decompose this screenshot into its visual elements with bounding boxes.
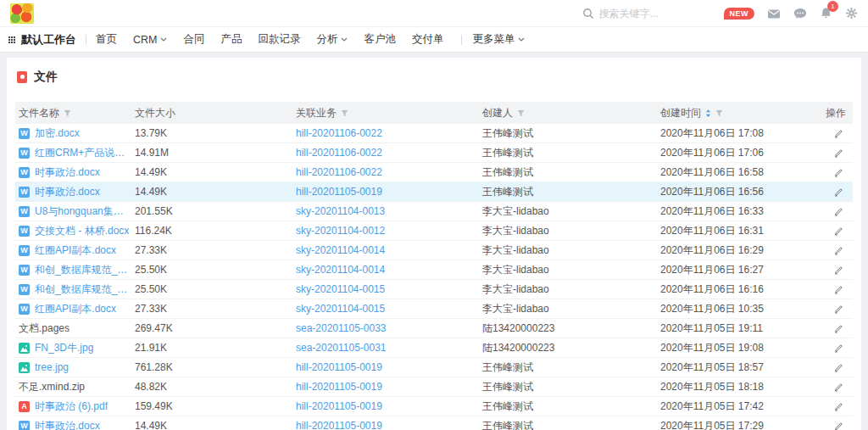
- action-cell: [822, 246, 853, 255]
- filter-icon[interactable]: [64, 109, 71, 117]
- action-cell: [822, 363, 853, 372]
- file-name-link[interactable]: tree.jpg: [35, 361, 69, 373]
- file-name-link[interactable]: 加密.docx: [35, 126, 80, 141]
- file-size: 27.33K: [131, 303, 292, 315]
- nav-item-label: 产品: [220, 32, 242, 47]
- nav-item-label: 合同: [183, 32, 204, 47]
- search-input[interactable]: [599, 8, 699, 20]
- file-name-link[interactable]: 时事政治.docx: [35, 185, 100, 199]
- column-header-5[interactable]: 创建时间: [657, 106, 822, 120]
- related-business-link[interactable]: sky-20201104-0014: [296, 244, 385, 256]
- created-time: 2020年11月06日 16:16: [657, 282, 822, 297]
- file-size: 269.47K: [131, 322, 292, 334]
- file-name-link[interactable]: FN_3D牛.jpg: [35, 341, 93, 355]
- column-header-6[interactable]: 操作: [822, 106, 853, 120]
- edit-button[interactable]: [834, 363, 843, 372]
- file-name-link[interactable]: 红圈CRM+产品说明201901_前端...: [35, 146, 130, 160]
- edit-button[interactable]: [834, 148, 843, 158]
- settings-gear-icon[interactable]: [845, 7, 858, 20]
- notifications-bell-icon[interactable]: 1: [820, 7, 832, 20]
- related-business-link[interactable]: sky-20201104-0015: [296, 303, 385, 315]
- edit-button[interactable]: [834, 304, 843, 314]
- related-business-link[interactable]: hill-20201105-0019: [296, 400, 382, 412]
- related-business-link[interactable]: hill-20201105-0019: [296, 420, 382, 430]
- edit-button[interactable]: [834, 402, 843, 411]
- file-name-link[interactable]: 和创_数据库规范_20171124.doc: [35, 263, 130, 277]
- main-navbar: 默认工作台 首页CRM合同产品回款记录分析客户池交付单 更多菜单: [0, 27, 868, 53]
- file-name-link[interactable]: 时事政治 (6).pdf: [35, 399, 108, 414]
- related-business-link[interactable]: hill-20201106-0022: [296, 166, 382, 178]
- column-header-3[interactable]: 关联业务: [292, 106, 479, 120]
- edit-button[interactable]: [834, 285, 843, 294]
- nav-more-menu[interactable]: 更多菜单: [472, 32, 525, 47]
- edit-button[interactable]: [834, 383, 843, 392]
- file-size: 25.50K: [131, 283, 292, 295]
- nav-item-payment-records[interactable]: 回款记录: [258, 32, 300, 47]
- nav-item-product[interactable]: 产品: [220, 32, 242, 47]
- edit-button[interactable]: [834, 246, 843, 255]
- edit-button[interactable]: [834, 207, 843, 216]
- page-title-row: 文件: [7, 58, 861, 102]
- related-business-link[interactable]: sea-20201105-0033: [296, 322, 387, 334]
- edit-button[interactable]: [834, 343, 843, 353]
- action-cell: [822, 422, 853, 430]
- file-name-link[interactable]: 时事政治.docx: [35, 165, 100, 180]
- edit-button[interactable]: [834, 422, 843, 430]
- nav-item-contract[interactable]: 合同: [183, 32, 204, 47]
- app-logo[interactable]: [10, 3, 34, 24]
- related-business-link[interactable]: sea-20201105-0031: [296, 342, 387, 354]
- file-name-link[interactable]: 交接文档 - 林桥.docx: [35, 224, 129, 238]
- file-name-cell: WU8与hongquan集成方案.docx: [15, 204, 131, 219]
- filter-icon[interactable]: [715, 109, 723, 117]
- global-search[interactable]: [582, 8, 699, 20]
- edit-button[interactable]: [834, 129, 843, 138]
- filter-icon[interactable]: [341, 109, 348, 117]
- column-header-1[interactable]: 文件名称: [15, 106, 131, 120]
- related-business-link[interactable]: hill-20201105-0019: [296, 381, 382, 393]
- related-business-cell: sky-20201104-0012: [292, 225, 479, 237]
- table-header: 文件名称文件大小关联业务创建人创建时间操作: [15, 102, 853, 124]
- edit-button[interactable]: [834, 324, 843, 333]
- docx-file-icon: W: [19, 206, 30, 217]
- related-business-cell: sky-20201104-0015: [292, 303, 479, 315]
- creator: 陆13420000223: [479, 341, 657, 355]
- sort-icon[interactable]: [705, 109, 711, 118]
- filter-icon[interactable]: [517, 109, 525, 117]
- column-header-2[interactable]: 文件大小: [131, 106, 292, 120]
- edit-button[interactable]: [834, 168, 843, 177]
- apps-grid-icon[interactable]: [8, 36, 15, 43]
- edit-button[interactable]: [834, 226, 843, 236]
- nav-item-label: CRM: [133, 34, 157, 46]
- new-badge[interactable]: NEW: [724, 8, 755, 20]
- workspace-title[interactable]: 默认工作台: [21, 32, 76, 47]
- related-business-link[interactable]: sky-20201104-0012: [296, 225, 385, 237]
- edit-icon: [834, 343, 843, 353]
- nav-item-delivery-order[interactable]: 交付单: [412, 32, 444, 47]
- related-business-link[interactable]: sky-20201104-0014: [296, 264, 385, 276]
- created-time: 2020年11月06日 16:33: [657, 204, 822, 219]
- table-row: W时事政治.docx14.49Khill-20201105-0019王伟峰测试2…: [15, 182, 853, 202]
- doc-file-icon: W: [19, 284, 30, 295]
- related-business-link[interactable]: hill-20201105-0019: [296, 186, 382, 198]
- nav-item-customer-pool[interactable]: 客户池: [364, 32, 396, 47]
- chat-icon[interactable]: [793, 8, 807, 20]
- related-business-link[interactable]: sky-20201104-0015: [296, 283, 385, 295]
- file-name-link[interactable]: 红圈API副本.docx: [35, 243, 116, 258]
- edit-button[interactable]: [834, 187, 843, 197]
- column-header-4[interactable]: 创建人: [479, 106, 657, 120]
- file-name-link[interactable]: 时事政治.docx: [35, 419, 100, 430]
- related-business-link[interactable]: sky-20201104-0013: [296, 205, 385, 217]
- files-table: 文件名称文件大小关联业务创建人创建时间操作 W加密.docx13.79Khill…: [15, 102, 853, 430]
- related-business-link[interactable]: hill-20201106-0022: [296, 127, 382, 139]
- file-size: 761.28K: [131, 361, 292, 373]
- related-business-link[interactable]: hill-20201105-0019: [296, 361, 382, 373]
- nav-item-analysis[interactable]: 分析: [316, 32, 348, 47]
- related-business-link[interactable]: hill-20201106-0022: [296, 147, 382, 159]
- nav-item-home[interactable]: 首页: [96, 32, 117, 47]
- file-name-link[interactable]: 和创_数据库规范_20171124.doc: [35, 282, 130, 297]
- nav-item-crm[interactable]: CRM: [133, 34, 167, 46]
- file-name-link[interactable]: U8与hongquan集成方案.docx: [35, 204, 130, 219]
- edit-button[interactable]: [834, 265, 843, 275]
- mail-icon[interactable]: [767, 8, 781, 20]
- file-name-link[interactable]: 红圈API副本.docx: [35, 302, 116, 316]
